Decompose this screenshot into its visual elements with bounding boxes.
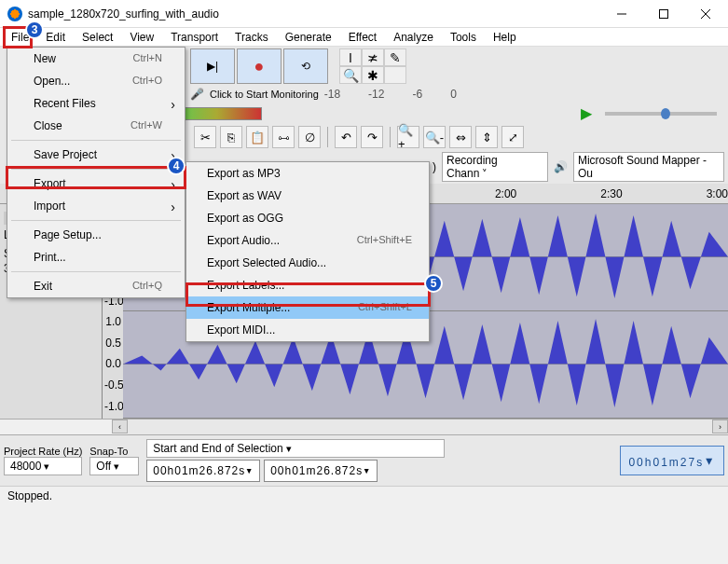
speaker-out-icon: 🔊 (554, 160, 568, 173)
menu-open[interactable]: Open...Ctrl+O (7, 70, 185, 92)
close-button[interactable] (684, 1, 726, 27)
project-rate-label: Project Rate (Hz) (4, 446, 82, 457)
multi-tool[interactable] (384, 66, 406, 84)
copy-button[interactable]: ⎘ (220, 126, 242, 148)
menu-tools[interactable]: Tools (443, 29, 484, 46)
trim-button[interactable]: ⧟ (272, 126, 295, 148)
selection-start-time[interactable]: 00h01m26.872s▾ (146, 460, 260, 482)
menu-transport[interactable]: Transport (163, 29, 226, 46)
menu-page-setup[interactable]: Page Setup... (7, 224, 185, 246)
undo-button[interactable]: ↶ (335, 126, 357, 148)
menu-view[interactable]: View (122, 29, 161, 46)
snap-to-label: Snap-To (89, 446, 139, 457)
skip-end-button[interactable]: ▶| (190, 48, 235, 84)
redo-button[interactable]: ↷ (361, 126, 383, 148)
zoom-tool[interactable]: 🔍 (339, 66, 362, 84)
app-icon (7, 7, 22, 21)
menu-export[interactable]: Export (7, 172, 185, 195)
menu-analyze[interactable]: Analyze (386, 29, 441, 46)
export-midi[interactable]: Export MIDI... (186, 319, 429, 341)
selection-end-time[interactable]: 00h01m26.872s▾ (264, 460, 378, 482)
window-title: sample_1280x720_surfing_with_audio (28, 7, 600, 21)
menu-tracks[interactable]: Tracks (227, 29, 276, 46)
menu-print[interactable]: Print... (7, 246, 185, 268)
menu-close[interactable]: CloseCtrl+W (7, 115, 185, 137)
horizontal-scrollbar[interactable]: ‹ › (0, 419, 728, 434)
menu-help[interactable]: Help (486, 29, 524, 46)
menu-effect[interactable]: Effect (341, 29, 384, 46)
speed-slider[interactable] (605, 112, 717, 116)
timeshift-tool[interactable]: ✱ (362, 66, 384, 84)
minimize-button[interactable] (600, 1, 642, 27)
snap-to-select[interactable]: Off ▾ (89, 457, 139, 475)
export-submenu: Export as MP3 Export as WAV Export as OG… (185, 161, 430, 342)
scroll-left-arrow[interactable]: ‹ (112, 420, 128, 433)
menu-import[interactable]: Import (7, 195, 185, 217)
export-wav[interactable]: Export as WAV (186, 185, 429, 207)
fit-selection-button[interactable]: ⇔ (449, 126, 472, 148)
maximize-button[interactable] (642, 1, 684, 27)
menu-save-project[interactable]: Save Project (7, 144, 185, 166)
export-labels[interactable]: Export Labels... (186, 274, 429, 296)
titlebar: sample_1280x720_surfing_with_audio (0, 0, 728, 28)
selection-toolbar: Project Rate (Hz) 48000 ▾ Snap-To Off ▾ … (0, 434, 728, 486)
tools-toolbar: I ≭ ✎ 🔍 ✱ (339, 48, 412, 84)
loop-button[interactable]: ⟲ (283, 48, 328, 84)
export-ogg[interactable]: Export as OGG (186, 207, 429, 229)
menu-exit[interactable]: ExitCtrl+Q (7, 275, 185, 297)
menu-recent-files[interactable]: Recent Files (7, 92, 185, 115)
audio-position-display[interactable]: 00h01m27s▾ (620, 446, 724, 475)
annotation-5: 5 (424, 274, 443, 293)
statusbar: Stopped. (0, 486, 728, 506)
fit-project-button[interactable]: ⇕ (475, 126, 498, 148)
menu-generate[interactable]: Generate (278, 29, 339, 46)
menu-select[interactable]: Select (75, 29, 120, 46)
project-rate-select[interactable]: 48000 ▾ (4, 457, 82, 475)
annotation-3: 3 (25, 21, 44, 39)
silence-button[interactable]: ∅ (298, 126, 321, 148)
annotation-4: 4 (167, 157, 185, 175)
export-multiple[interactable]: Export Multiple...Ctrl+Shift+L (186, 296, 429, 319)
file-menu-dropdown: NewCtrl+N Open...Ctrl+O Recent Files Clo… (7, 47, 185, 298)
mic-icon: 🎤 (190, 88, 204, 101)
menubar: File Edit Select View Transport Tracks G… (0, 28, 728, 47)
transport-toolbar: ▶| ● ⟲ (190, 48, 328, 84)
export-audio[interactable]: Export Audio...Ctrl+Shift+E (186, 229, 429, 252)
draw-tool[interactable]: ✎ (384, 48, 406, 66)
rec-device-label: ) (433, 160, 436, 173)
menu-new[interactable]: NewCtrl+N (7, 48, 185, 70)
cut-button[interactable]: ✂ (194, 126, 216, 148)
zoom-in-button[interactable]: 🔍+ (397, 126, 419, 148)
play-button[interactable]: ▶ (581, 104, 592, 122)
status-text: Stopped. (7, 489, 52, 502)
record-button[interactable]: ● (237, 48, 282, 84)
svg-rect-1 (659, 9, 667, 18)
rec-channels-select[interactable]: Recording Chann ˅ (442, 152, 548, 182)
selection-mode-select[interactable]: Start and End of Selection ▾ (146, 439, 445, 458)
rec-meter-scale: -18 -12 -6 0 (324, 88, 457, 101)
paste-button[interactable]: 📋 (246, 126, 268, 148)
export-selected[interactable]: Export Selected Audio... (186, 252, 429, 274)
selection-tool[interactable]: I (339, 48, 362, 66)
scroll-right-arrow[interactable]: › (712, 420, 728, 433)
monitoring-label[interactable]: Click to Start Monitoring (210, 89, 319, 100)
zoom-out-button[interactable]: 🔍- (423, 126, 446, 148)
export-mp3[interactable]: Export as MP3 (186, 162, 429, 185)
zoom-toggle-button[interactable]: ⤢ (501, 126, 524, 148)
output-device-select[interactable]: Microsoft Sound Mapper - Ou (573, 152, 724, 182)
envelope-tool[interactable]: ≭ (362, 48, 384, 66)
